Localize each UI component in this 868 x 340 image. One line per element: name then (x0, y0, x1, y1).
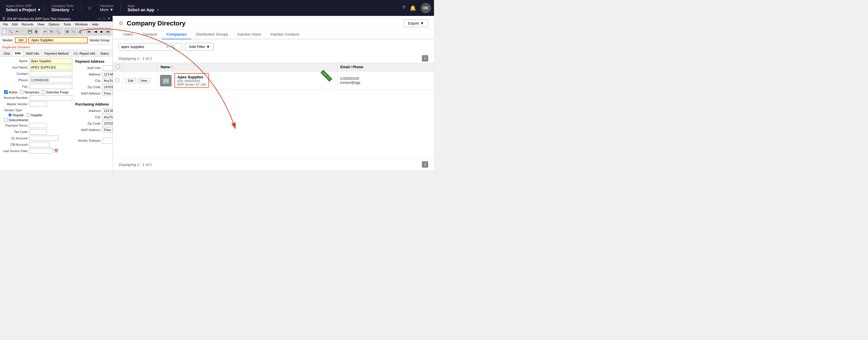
supplier-radio[interactable] (26, 113, 30, 117)
toolbar-prev-btn[interactable]: ◀ (93, 28, 98, 35)
row-edit-button[interactable]: Edit (125, 78, 136, 83)
erp-minimize-btn[interactable]: — (98, 17, 101, 21)
row-select-checkbox[interactable] (116, 78, 119, 82)
contact-input[interactable] (30, 71, 72, 76)
help-icon[interactable]: ? (402, 5, 405, 11)
addl-info-input[interactable] (102, 65, 113, 71)
nav-tools[interactable]: Company Tools Directory ▼ (48, 3, 78, 13)
favorites-star-icon[interactable]: ☆ (85, 5, 94, 11)
toolbar-attach-btn[interactable]: 📎 (71, 28, 76, 35)
subcontractor-checkbox[interactable] (4, 118, 8, 122)
account-label: Account Number: (2, 96, 28, 99)
nav-favorites[interactable]: Favorites More ▼ (97, 3, 117, 13)
taxcode-input[interactable] (30, 129, 47, 134)
purch-addl-addr-input[interactable] (102, 127, 113, 132)
tab-ic-report[interactable]: I.C. Report Info (71, 50, 98, 56)
pay-city-input[interactable] (102, 78, 113, 83)
toolbar-file-btn[interactable]: 📁 (21, 28, 26, 35)
vendor-name-field[interactable]: Apex Supplies (28, 37, 88, 43)
toolbar-delete-btn[interactable]: 🗑 (34, 28, 39, 35)
sortname-input[interactable] (30, 65, 72, 70)
toolbar-undo-btn[interactable]: ↩ (43, 28, 48, 35)
toolbar-print-btn[interactable]: 🖨 (77, 28, 83, 35)
vendor-number-field[interactable]: 160 (15, 37, 27, 43)
purch-address-input[interactable] (102, 108, 113, 113)
settings-gear-icon[interactable]: ⚙ (119, 20, 123, 27)
search-icon[interactable]: 🔍 (170, 44, 175, 49)
tab-inactive-contacts[interactable]: Inactive Contacts (266, 30, 304, 39)
toolbar-edit-btn[interactable]: ✏ (14, 28, 20, 35)
menu-edit[interactable]: Edit (10, 22, 20, 27)
invoice-date-input[interactable] (30, 148, 53, 154)
tab-addl-info[interactable]: Add'l Info (24, 50, 42, 56)
menu-records[interactable]: Records (20, 22, 35, 27)
add-filter-button[interactable]: Add Filter ▼ (185, 43, 214, 50)
purch-city-input[interactable] (102, 114, 113, 120)
toolbar-save-btn[interactable]: 💾 (28, 28, 33, 35)
form-row-payment-terms: Payment Terms: (2, 123, 72, 128)
regular-radio[interactable] (8, 113, 12, 117)
cm-input[interactable] (30, 142, 50, 147)
user-avatar[interactable]: DE (421, 3, 431, 13)
tab-users[interactable]: Users (119, 30, 138, 39)
nav-apps[interactable]: Apps Select an App ▼ (124, 3, 163, 13)
invoice-date-label: Last Invoice Date: (2, 149, 28, 152)
tab-notes[interactable]: Notes (98, 50, 112, 56)
toolbar-new-btn[interactable]: 📄 (2, 28, 7, 35)
menu-file[interactable]: File (1, 22, 10, 27)
tab-info[interactable]: Info (12, 50, 24, 56)
tab-inactive-users[interactable]: Inactive Users (233, 30, 266, 39)
selective-purge-checkbox[interactable] (42, 90, 45, 94)
notification-bell-icon[interactable]: 🔔 (410, 5, 416, 11)
tab-distribution-groups[interactable]: Distribution Groups (191, 30, 232, 39)
payment-terms-input[interactable] (30, 123, 47, 128)
tab-payment-method[interactable]: Payment Method (42, 50, 71, 56)
nav-brand-main[interactable]: Select a Project ▼ (6, 7, 41, 12)
phone-input[interactable] (30, 77, 72, 83)
search-input[interactable] (121, 44, 165, 49)
select-all-checkbox[interactable] (116, 65, 120, 69)
fax-input[interactable] (30, 84, 72, 89)
toolbar-first-btn[interactable]: ⏮ (86, 28, 91, 35)
temporary-checkbox[interactable] (20, 90, 24, 94)
purchasing-addr-heading: Purchasing Address (75, 101, 113, 107)
dir-search-row: ✕ 🔍 Add Filter ▼ (113, 39, 434, 54)
subcontractor-row: Subcontractor (2, 118, 72, 122)
vendor-subtype-select[interactable] (102, 138, 113, 143)
menu-windows[interactable]: Windows (73, 22, 90, 27)
nav-divider (81, 3, 82, 13)
tab-companies[interactable]: Companies (162, 30, 191, 39)
toolbar-grid-btn[interactable]: ⊞ (64, 28, 70, 35)
erp-maximize-btn[interactable]: □ (103, 17, 105, 21)
menu-options[interactable]: Options (46, 22, 61, 27)
erp-toolbar: 📄 🔍 ✏ 📁 💾 🗑 ↩ ↻ 🔍 ⊞ 📎 🖨 ⏮ ◀ ▶ ⏭ (0, 28, 113, 36)
calendar-icon[interactable]: 📅 (54, 149, 58, 153)
tab-grid[interactable]: Grid (1, 50, 12, 56)
toolbar-find-btn[interactable]: 🔍 (56, 28, 61, 35)
row-view-button[interactable]: View (138, 78, 150, 83)
pay-zip-input[interactable] (102, 84, 113, 90)
tab-contacts[interactable]: Contacts (138, 30, 162, 39)
menu-help[interactable]: Help (90, 22, 100, 27)
toolbar-last-btn[interactable]: ⏭ (105, 28, 111, 35)
toolbar-next-btn[interactable]: ▶ (99, 28, 104, 35)
menu-view[interactable]: View (36, 22, 46, 27)
page-num-badge-top: 1 (422, 55, 428, 62)
name-input[interactable] (30, 58, 72, 64)
master-input[interactable] (30, 101, 47, 107)
erp-close-btn[interactable]: ✕ (107, 17, 110, 21)
active-checkbox[interactable] (4, 90, 8, 94)
toolbar-refresh-btn[interactable]: ↻ (49, 28, 54, 35)
toolbar-search-btn[interactable]: 🔍 (8, 28, 13, 35)
purch-zip-input[interactable] (102, 121, 113, 126)
clear-search-icon[interactable]: ✕ (166, 44, 169, 49)
gl-input[interactable] (30, 136, 58, 141)
export-button[interactable]: Export ▼ (404, 20, 428, 27)
account-input[interactable] (30, 95, 72, 100)
pay-addl-addr-input[interactable] (102, 91, 113, 96)
nav-favorites-sub: Favorites (100, 4, 113, 7)
menu-tools[interactable]: Tools (62, 22, 73, 27)
directory-panel: ⚙ Company Directory Export ▼ Users Conta… (113, 16, 434, 170)
erp-title-bar: ☰ 204 AP Vendors for ERP Sync Test Compa… (0, 16, 113, 22)
pay-address-input[interactable] (102, 72, 113, 77)
